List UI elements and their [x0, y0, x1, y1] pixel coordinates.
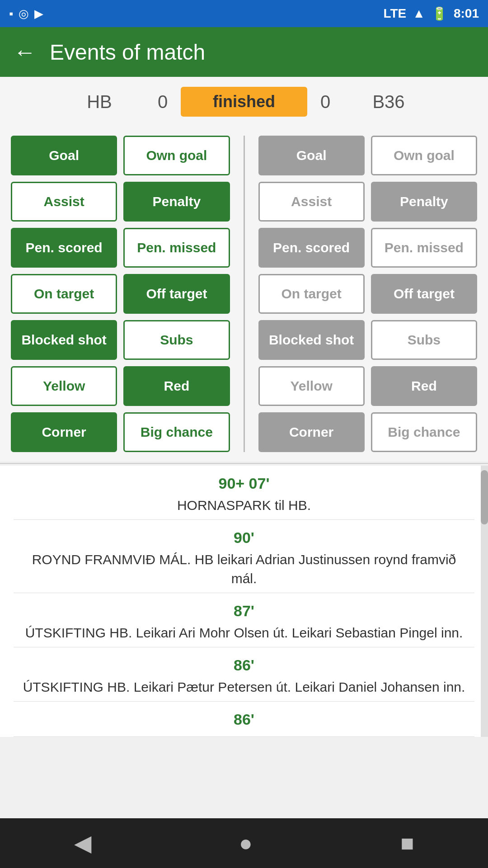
event-item: 90+ 07'HORNASPARK til HB. — [14, 466, 474, 520]
back-nav-button[interactable]: ◀ — [74, 830, 91, 856]
event-item: 87'ÚTSKIFTING HB. Leikari Ari Mohr Olsen… — [14, 593, 474, 647]
event-time: 90+ 07' — [14, 475, 474, 492]
home-score: 0 — [145, 92, 181, 112]
event-time: 90' — [14, 529, 474, 547]
away-btn-red[interactable]: Red — [371, 366, 477, 406]
event-description: HORNASPARK til HB. — [14, 496, 474, 515]
home-btn-subs[interactable]: Subs — [123, 320, 230, 360]
scrollbar-thumb[interactable] — [481, 470, 488, 524]
event-time: 86' — [14, 656, 474, 674]
scrollbar-track[interactable] — [481, 466, 488, 737]
home-btn-on-target[interactable]: On target — [11, 274, 117, 314]
away-btn-assist[interactable]: Assist — [258, 182, 365, 222]
events-wrapper: 90+ 07'HORNASPARK til HB.90'ROYND FRANMV… — [0, 466, 488, 737]
away-btn-big-chance[interactable]: Big chance — [371, 412, 477, 452]
event-item: 86'ÚTSKIFTING HB. Leikari Pætur Petersen… — [14, 647, 474, 702]
home-btn-goal[interactable]: Goal — [11, 136, 117, 175]
home-btn-blocked-shot[interactable]: Blocked shot — [11, 320, 117, 360]
play-icon: ▶ — [34, 7, 43, 21]
home-btn-yellow[interactable]: Yellow — [11, 366, 117, 406]
away-btn-penalty[interactable]: Penalty — [371, 182, 477, 222]
sd-icon: ▪ — [9, 7, 13, 21]
home-team-name: HB — [54, 92, 145, 112]
away-btn-goal[interactable]: Goal — [258, 136, 365, 175]
recent-nav-button[interactable]: ■ — [400, 830, 414, 856]
clock: 8:01 — [454, 6, 479, 21]
home-team-buttons: GoalOwn goalAssistPenaltyPen. scoredPen.… — [11, 136, 230, 452]
status-bar-right: LTE ▲ 🔋 8:01 — [383, 6, 479, 21]
away-btn-blocked-shot[interactable]: Blocked shot — [258, 320, 365, 360]
away-btn-subs[interactable]: Subs — [371, 320, 477, 360]
signal-bars-icon: ▲ — [413, 6, 425, 21]
away-score: 0 — [307, 92, 343, 112]
away-team-name: B36 — [343, 92, 434, 112]
event-buttons-section: GoalOwn goalAssistPenaltyPen. scoredPen.… — [0, 127, 488, 461]
event-description: ROYND FRANMVIÐ MÁL. HB leikari Adrian Ju… — [14, 550, 474, 588]
event-item: 86' — [14, 702, 474, 737]
away-btn-on-target[interactable]: On target — [258, 274, 365, 314]
status-bar: ▪ ◎ ▶ LTE ▲ 🔋 8:01 — [0, 0, 488, 27]
page-title: Events of match — [50, 40, 205, 65]
center-divider — [244, 136, 245, 452]
nav-bar: ◀ ● ■ — [0, 818, 488, 868]
event-item: 90'ROYND FRANMVIÐ MÁL. HB leikari Adrian… — [14, 520, 474, 593]
lte-label: LTE — [383, 6, 406, 21]
battery-icon: 🔋 — [432, 6, 447, 21]
status-bar-left: ▪ ◎ ▶ — [9, 7, 43, 21]
home-btn-red[interactable]: Red — [123, 366, 230, 406]
events-section: 90+ 07'HORNASPARK til HB.90'ROYND FRANMV… — [0, 466, 488, 737]
section-separator — [0, 463, 488, 464]
score-row: HB 0 finished 0 B36 — [0, 77, 488, 127]
event-time: 87' — [14, 602, 474, 620]
away-btn-pen.-scored[interactable]: Pen. scored — [258, 228, 365, 268]
home-btn-pen.-missed[interactable]: Pen. missed — [123, 228, 230, 268]
home-btn-corner[interactable]: Corner — [11, 412, 117, 452]
app-header: ← Events of match — [0, 27, 488, 77]
home-btn-own-goal[interactable]: Own goal — [123, 136, 230, 175]
home-btn-off-target[interactable]: Off target — [123, 274, 230, 314]
home-btn-big-chance[interactable]: Big chance — [123, 412, 230, 452]
away-btn-off-target[interactable]: Off target — [371, 274, 477, 314]
home-btn-pen.-scored[interactable]: Pen. scored — [11, 228, 117, 268]
home-btn-assist[interactable]: Assist — [11, 182, 117, 222]
event-description: ÚTSKIFTING HB. Leikari Ari Mohr Olsen út… — [14, 623, 474, 642]
match-status-badge: finished — [181, 87, 307, 117]
away-btn-pen.-missed[interactable]: Pen. missed — [371, 228, 477, 268]
away-team-buttons: GoalOwn goalAssistPenaltyPen. scoredPen.… — [258, 136, 478, 452]
away-btn-own-goal[interactable]: Own goal — [371, 136, 477, 175]
event-time: 86' — [14, 711, 474, 728]
away-btn-yellow[interactable]: Yellow — [258, 366, 365, 406]
away-btn-corner[interactable]: Corner — [258, 412, 365, 452]
event-description: ÚTSKIFTING HB. Leikari Pætur Petersen út… — [14, 678, 474, 697]
home-nav-button[interactable]: ● — [239, 830, 253, 856]
home-btn-penalty[interactable]: Penalty — [123, 182, 230, 222]
signal-icon: ◎ — [19, 7, 29, 21]
back-button[interactable]: ← — [14, 39, 36, 65]
